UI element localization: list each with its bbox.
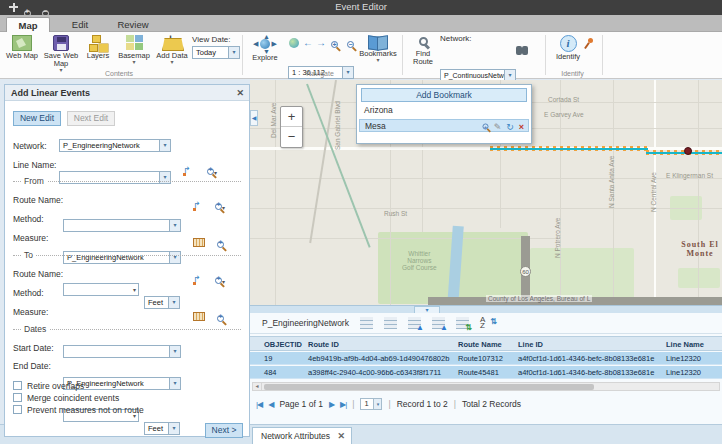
bookmarks-dropdown: Add Bookmark Arizona Mesa + ✎ ↻ × [356, 84, 532, 144]
save-label: Save Web Map [42, 52, 80, 68]
select-route-on-map-icon[interactable]: ↱ [193, 268, 204, 286]
close-icon[interactable]: ✕ [337, 428, 345, 444]
close-icon[interactable]: ✕ [236, 85, 244, 101]
route-marker[interactable] [684, 147, 692, 155]
export-all-icon[interactable]: ▲ [432, 317, 445, 329]
zoom-in-map-icon[interactable]: + [331, 39, 338, 51]
column-header-route-name[interactable]: Route Name [458, 337, 518, 350]
zoom-to-measure-icon[interactable]: + [217, 234, 224, 252]
map-zoom-out-button[interactable]: − [281, 127, 302, 147]
checkbox-icon[interactable] [13, 393, 22, 402]
ribbon: Web Map Save Web Map ▾ Layers Basemap ▾ … [0, 32, 722, 79]
bookmarks-button[interactable]: Bookmarks ▾ [356, 35, 400, 63]
add-bookmark-button[interactable]: Add Bookmark [361, 88, 527, 102]
explore-button[interactable]: ▲▼◀▶ Explore [246, 35, 284, 62]
column-header-line-id[interactable]: Line ID [518, 337, 666, 350]
column-header-line-name[interactable]: Line Name [666, 337, 722, 350]
prevent-measures-option[interactable]: Prevent measures not on route [13, 403, 144, 417]
measure-on-map-icon[interactable] [193, 233, 205, 251]
measure-on-map-icon[interactable] [193, 307, 205, 325]
dates-section-divider: Dates [13, 329, 241, 330]
zoom-to-route-icon[interactable]: +▾ [215, 196, 225, 214]
tab-network-attributes[interactable]: Network Attributes ✕ [252, 427, 352, 444]
add-data-button[interactable]: + Add Data ▾ [154, 35, 190, 65]
column-header-objectid[interactable]: OBJECTID [250, 337, 308, 350]
from-units-select[interactable]: Feet ▾ [144, 296, 180, 309]
zoom-to-measure-icon[interactable]: + [217, 308, 224, 326]
next-page-icon[interactable]: ▶ [329, 400, 334, 409]
scroll-left-arrow[interactable]: ◂ [253, 383, 262, 390]
web-map-button[interactable]: Web Map [4, 35, 40, 60]
zoom-to-line-icon[interactable]: +▾ [207, 161, 217, 179]
save-web-map-button[interactable]: Save Web Map ▾ [42, 35, 80, 73]
to-units-select[interactable]: Feet ▾ [144, 422, 180, 435]
highway-shield: 60 [520, 266, 531, 277]
zoom-to-route-icon[interactable]: +▾ [215, 270, 225, 288]
identify-button[interactable]: i Identify [550, 35, 586, 61]
panel-network-value: P_EngineeringNetwork [63, 141, 140, 150]
from-measure-input[interactable]: ▾ [63, 283, 139, 296]
contents-group-label: Contents [0, 70, 238, 77]
first-page-icon[interactable]: |◀ [256, 400, 262, 409]
tab-map[interactable]: Map [6, 17, 50, 32]
tab-edit[interactable]: Edit [58, 17, 102, 32]
basemap-button[interactable]: Basemap ▾ [116, 35, 152, 65]
last-page-icon[interactable]: ▶| [340, 400, 346, 409]
bookmark-item-mesa[interactable]: Mesa + ✎ ↻ × [359, 119, 529, 132]
street-label: Del Mar Ave [270, 103, 277, 138]
map-zoom-in-button[interactable]: + [281, 107, 302, 127]
scrollbar-thumb[interactable] [264, 384, 594, 390]
find-route-button[interactable]: Find Route [406, 37, 440, 66]
show-selected-records-icon[interactable] [360, 317, 373, 329]
globe-icon[interactable] [289, 38, 299, 51]
bookmark-item-arizona[interactable]: Arizona [359, 104, 529, 117]
view-date-select[interactable]: Today ▾ [192, 46, 240, 59]
line-name-select[interactable]: ▾ [59, 171, 171, 184]
table-row[interactable]: 19 4eb9419b-af9b-4d04-ab69-1d490476802b … [250, 352, 722, 365]
edit-bookmark-icon[interactable]: ✎ [494, 122, 502, 132]
checkbox-icon[interactable] [13, 381, 22, 390]
bookmark-name: Mesa [365, 121, 386, 131]
page-number-value: 1 [364, 399, 368, 408]
attribute-table-panel: P_EngineeringNetwork ▲ ▲ ⇅ AZ⇅ OBJECTID … [250, 313, 722, 424]
new-edit-button[interactable]: New Edit [13, 111, 61, 126]
attribute-set-icon[interactable]: ⇅ [456, 317, 469, 329]
prev-page-icon[interactable]: ◀ [268, 400, 273, 409]
sort-records-icon[interactable]: AZ⇅ [480, 317, 493, 329]
checkbox-icon[interactable] [13, 405, 22, 414]
from-route-name-select[interactable]: ▾ [63, 219, 181, 232]
total-records-label: Total 2 Records [462, 399, 521, 409]
from-method-select[interactable]: P_EngineeringNetwork ▾ [63, 251, 181, 264]
identify-icon: i [560, 35, 577, 52]
cell-objectid: 19 [250, 352, 308, 364]
tab-review[interactable]: Review [108, 17, 158, 32]
cell-route-id: 4eb9419b-af9b-4d04-ab69-1d490476802b [308, 352, 458, 364]
refresh-bookmark-icon[interactable]: ↻ [506, 122, 514, 132]
layers-button[interactable]: Layers [82, 35, 114, 60]
cell-route-id: a398ff4c-2940-4c00-96b6-c6343f8f1711 [308, 366, 458, 378]
view-date-value: Today [196, 48, 216, 57]
golf-course-label: Whittier Narrows Golf Course [402, 250, 437, 271]
chevron-down-icon: ▾ [169, 378, 180, 389]
forward-arrow-icon[interactable]: → [316, 37, 326, 49]
collapse-panel-arrow[interactable]: ◀ [250, 110, 258, 126]
page-number-select[interactable]: 1 ▾ [360, 398, 382, 410]
from-units-value: Feet [148, 298, 163, 307]
zoom-out-map-icon[interactable]: − [347, 39, 354, 51]
table-row[interactable]: 484 a398ff4c-2940-4c00-96b6-c6343f8f1711… [250, 366, 722, 379]
next-edit-button[interactable]: Next Edit [67, 111, 115, 126]
zoom-to-bookmark-icon[interactable]: + [482, 124, 488, 130]
from-measure-label: Measure: [13, 231, 48, 245]
switch-selection-icon[interactable] [384, 317, 397, 329]
select-route-on-map-icon[interactable]: ↱ [193, 194, 204, 212]
column-header-route-id[interactable]: Route ID [308, 337, 458, 350]
map-table-divider[interactable]: ▾ [250, 305, 722, 313]
panel-network-select[interactable]: P_EngineeringNetwork ▾ [59, 139, 171, 152]
delete-bookmark-icon[interactable]: × [519, 122, 524, 132]
next-button[interactable]: Next > [205, 423, 243, 438]
export-selected-icon[interactable]: ▲ [408, 317, 421, 329]
horizontal-scrollbar[interactable]: ◂ [252, 382, 720, 391]
select-line-on-map-icon[interactable]: ↱ [183, 159, 194, 177]
back-arrow-icon[interactable]: ← [303, 37, 313, 49]
to-route-name-select[interactable]: ▾ [63, 345, 181, 358]
